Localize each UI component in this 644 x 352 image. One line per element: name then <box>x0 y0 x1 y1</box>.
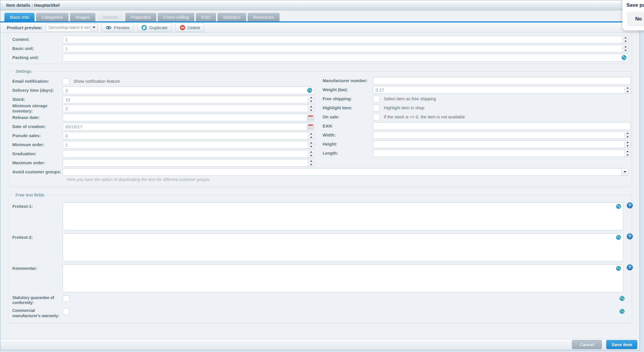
statutory-checkbox[interactable] <box>63 295 69 302</box>
window-titlebar[interactable]: Item details : Hauptartikel <box>0 0 640 10</box>
creation-date-input[interactable] <box>63 124 307 129</box>
stock-spinner[interactable] <box>308 96 314 103</box>
creation-date-field[interactable] <box>63 123 314 130</box>
kommentar-input[interactable] <box>63 264 623 292</box>
weight-field[interactable] <box>373 86 631 94</box>
release-date-trigger[interactable] <box>307 114 314 121</box>
duplicate-icon <box>141 25 147 30</box>
max-order-spinner[interactable] <box>308 159 314 166</box>
save-item-button[interactable]: Save item <box>606 340 637 349</box>
width-spinner[interactable] <box>624 132 631 139</box>
graduation-spinner[interactable] <box>308 150 314 157</box>
weight-spinner[interactable] <box>624 86 631 93</box>
duplicate-button[interactable]: Duplicate <box>137 23 172 32</box>
globe-icon[interactable] <box>621 55 627 60</box>
min-order-input[interactable] <box>63 142 308 147</box>
min-storage-input[interactable] <box>63 106 308 111</box>
popup-no-button[interactable]: No <box>627 12 644 26</box>
highlight-item-checkbox[interactable] <box>373 105 380 111</box>
free-text-fieldset: Free text fields Freitext-1: Freitext-2: <box>8 195 632 323</box>
manufacturer-number-field[interactable] <box>373 77 631 84</box>
avoid-groups-combobox[interactable] <box>63 168 629 176</box>
on-sale-label: On sale: <box>323 114 373 120</box>
freitext2-label: Freitext-2: <box>12 233 63 240</box>
globe-icon[interactable] <box>307 88 312 93</box>
tab-basic-info[interactable]: Basic info <box>4 13 35 21</box>
delivery-time-field[interactable] <box>63 87 314 94</box>
ean-field[interactable] <box>373 122 631 130</box>
preview-button[interactable]: Preview <box>102 23 133 32</box>
avoid-groups-trigger[interactable] <box>621 168 628 175</box>
stock-field[interactable] <box>63 96 314 103</box>
pseudo-sales-input[interactable] <box>63 133 308 138</box>
globe-icon[interactable] <box>616 235 621 240</box>
width-field[interactable] <box>373 131 631 139</box>
help-icon[interactable] <box>627 264 633 270</box>
help-icon[interactable] <box>627 202 633 208</box>
basic-unit-field[interactable] <box>63 45 629 52</box>
length-field[interactable] <box>373 149 631 157</box>
delete-button[interactable]: Delete <box>176 23 204 32</box>
on-sale-checkbox[interactable] <box>373 114 380 120</box>
content-spinner[interactable] <box>622 36 628 43</box>
length-input[interactable] <box>373 151 624 156</box>
freitext2-input[interactable] <box>63 233 623 261</box>
packing-unit-label: Packing unit: <box>12 55 63 60</box>
height-input[interactable] <box>373 142 624 147</box>
pseudo-sales-field[interactable] <box>63 132 314 139</box>
width-input[interactable] <box>373 133 624 138</box>
height-field[interactable] <box>373 140 631 148</box>
shop-selector-trigger[interactable] <box>90 24 97 31</box>
help-icon[interactable] <box>627 233 633 239</box>
free-shipping-checkbox[interactable] <box>373 96 380 102</box>
email-notification-checkbox[interactable] <box>63 78 69 85</box>
packing-unit-field[interactable] <box>63 54 629 61</box>
tab-esd[interactable]: ESD <box>196 13 216 21</box>
release-date-field[interactable] <box>63 114 314 121</box>
manufacturer-number-input[interactable] <box>373 78 631 83</box>
basic-unit-input[interactable] <box>63 46 622 51</box>
height-spinner[interactable] <box>624 141 631 148</box>
cancel-button[interactable]: Cancel <box>572 340 602 349</box>
delivery-time-input[interactable] <box>63 88 307 93</box>
max-order-field[interactable] <box>63 159 314 167</box>
graduation-field[interactable] <box>63 150 314 158</box>
packing-unit-input[interactable] <box>63 55 621 60</box>
weight-label: Weight (bw): <box>323 87 373 92</box>
length-spinner[interactable] <box>624 150 631 157</box>
min-storage-spinner[interactable] <box>308 105 314 112</box>
tab-categories[interactable]: Categories <box>36 13 68 21</box>
basic-unit-spinner[interactable] <box>622 45 628 52</box>
release-date-input[interactable] <box>63 115 307 120</box>
email-notification-boxlabel: Show notification feature <box>73 79 120 84</box>
min-order-field[interactable] <box>63 141 314 149</box>
tab-statistics[interactable]: Statistics <box>217 13 246 21</box>
pseudo-sales-spinner[interactable] <box>308 132 314 139</box>
creation-date-trigger[interactable] <box>307 123 314 130</box>
min-order-spinner[interactable] <box>308 141 314 148</box>
globe-icon[interactable] <box>619 309 625 314</box>
avoid-groups-label: Avoid customer groups: <box>12 169 63 175</box>
freitext1-input[interactable] <box>63 202 623 230</box>
avoid-groups-input[interactable] <box>63 170 621 175</box>
tab-resources[interactable]: Resources <box>248 13 280 21</box>
tab-properties[interactable]: Properties <box>125 13 156 21</box>
max-order-input[interactable] <box>63 161 308 165</box>
tab-cross-selling[interactable]: Cross-selling <box>158 13 194 21</box>
shop-selector-combobox[interactable]: Demoshop-latest 5 version <box>46 23 98 32</box>
kommentar-label: Kommentar: <box>12 264 63 271</box>
content-input[interactable] <box>63 37 622 42</box>
graduation-input[interactable] <box>63 151 308 156</box>
calendar-icon <box>308 124 313 129</box>
weight-input[interactable] <box>373 87 624 92</box>
tab-images[interactable]: Images <box>70 13 95 21</box>
globe-icon[interactable] <box>619 296 625 301</box>
globe-icon[interactable] <box>616 266 621 271</box>
content-field[interactable] <box>63 36 629 43</box>
chevron-down-icon <box>624 171 626 173</box>
min-storage-field[interactable] <box>63 105 314 112</box>
commercial-checkbox[interactable] <box>63 308 69 315</box>
ean-input[interactable] <box>373 124 631 129</box>
stock-input[interactable] <box>63 97 308 102</box>
globe-icon[interactable] <box>616 204 621 209</box>
